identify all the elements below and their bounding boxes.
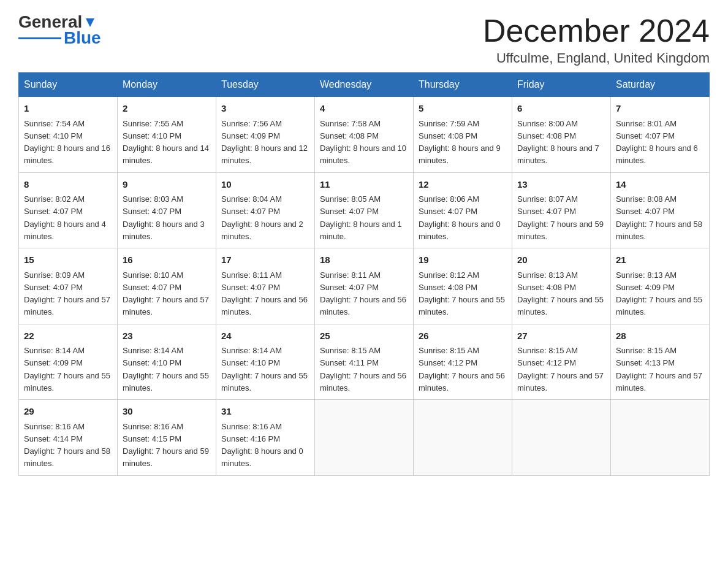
day-number: 21 (616, 253, 704, 267)
day-info: Sunrise: 8:02 AMSunset: 4:07 PMDaylight:… (24, 194, 106, 241)
day-number: 12 (419, 178, 507, 192)
day-info: Sunrise: 7:58 AMSunset: 4:08 PMDaylight:… (320, 119, 406, 166)
calendar-cell: 1 Sunrise: 7:54 AMSunset: 4:10 PMDayligh… (19, 97, 118, 173)
day-number: 6 (517, 102, 605, 116)
day-info: Sunrise: 8:04 AMSunset: 4:07 PMDaylight:… (221, 194, 303, 241)
day-info: Sunrise: 8:15 AMSunset: 4:12 PMDaylight:… (517, 346, 604, 393)
day-number: 25 (320, 329, 408, 343)
day-number: 17 (221, 253, 309, 267)
calendar-cell: 30 Sunrise: 8:16 AMSunset: 4:15 PMDaylig… (118, 400, 216, 476)
calendar-cell: 23 Sunrise: 8:14 AMSunset: 4:10 PMDaylig… (118, 324, 216, 400)
calendar-cell: 4 Sunrise: 7:58 AMSunset: 4:08 PMDayligh… (315, 97, 414, 173)
day-number: 18 (320, 253, 408, 267)
day-info: Sunrise: 7:55 AMSunset: 4:10 PMDaylight:… (123, 119, 209, 166)
calendar-week-row: 1 Sunrise: 7:54 AMSunset: 4:10 PMDayligh… (19, 97, 710, 173)
calendar-header-row: SundayMondayTuesdayWednesdayThursdayFrid… (19, 73, 710, 97)
day-info: Sunrise: 8:01 AMSunset: 4:07 PMDaylight:… (616, 119, 698, 166)
day-info: Sunrise: 8:11 AMSunset: 4:07 PMDaylight:… (221, 270, 308, 317)
day-number: 15 (24, 253, 112, 267)
day-info: Sunrise: 8:03 AMSunset: 4:07 PMDaylight:… (123, 194, 205, 241)
day-info: Sunrise: 8:09 AMSunset: 4:07 PMDaylight:… (24, 270, 110, 317)
day-number: 24 (221, 329, 309, 343)
day-info: Sunrise: 8:14 AMSunset: 4:10 PMDaylight:… (221, 346, 308, 393)
day-number: 5 (419, 102, 507, 116)
day-info: Sunrise: 8:15 AMSunset: 4:11 PMDaylight:… (320, 346, 406, 393)
day-number: 22 (24, 329, 112, 343)
day-number: 13 (517, 178, 605, 192)
day-number: 20 (517, 253, 605, 267)
header-tuesday: Tuesday (216, 73, 315, 97)
svg-marker-0 (86, 18, 94, 27)
day-info: Sunrise: 8:14 AMSunset: 4:09 PMDaylight:… (24, 346, 110, 393)
calendar-cell (512, 400, 611, 476)
calendar-cell: 3 Sunrise: 7:56 AMSunset: 4:09 PMDayligh… (216, 97, 315, 173)
day-info: Sunrise: 7:56 AMSunset: 4:09 PMDaylight:… (221, 119, 308, 166)
calendar-cell: 2 Sunrise: 7:55 AMSunset: 4:10 PMDayligh… (118, 97, 216, 173)
calendar-cell: 24 Sunrise: 8:14 AMSunset: 4:10 PMDaylig… (216, 324, 315, 400)
day-number: 11 (320, 178, 408, 192)
calendar-cell: 22 Sunrise: 8:14 AMSunset: 4:09 PMDaylig… (19, 324, 118, 400)
calendar-week-row: 8 Sunrise: 8:02 AMSunset: 4:07 PMDayligh… (19, 172, 710, 248)
day-number: 14 (616, 178, 704, 192)
day-info: Sunrise: 8:15 AMSunset: 4:12 PMDaylight:… (419, 346, 505, 393)
calendar-cell: 26 Sunrise: 8:15 AMSunset: 4:12 PMDaylig… (414, 324, 512, 400)
day-number: 28 (616, 329, 704, 343)
calendar-cell: 31 Sunrise: 8:16 AMSunset: 4:16 PMDaylig… (216, 400, 315, 476)
calendar-cell: 5 Sunrise: 7:59 AMSunset: 4:08 PMDayligh… (414, 97, 512, 173)
calendar-cell: 27 Sunrise: 8:15 AMSunset: 4:12 PMDaylig… (512, 324, 611, 400)
day-info: Sunrise: 7:59 AMSunset: 4:08 PMDaylight:… (419, 119, 501, 166)
calendar-cell: 18 Sunrise: 8:11 AMSunset: 4:07 PMDaylig… (315, 248, 414, 324)
calendar-cell: 28 Sunrise: 8:15 AMSunset: 4:13 PMDaylig… (611, 324, 710, 400)
day-number: 4 (320, 102, 408, 116)
day-info: Sunrise: 8:05 AMSunset: 4:07 PMDaylight:… (320, 194, 402, 241)
day-number: 31 (221, 405, 309, 419)
day-info: Sunrise: 8:10 AMSunset: 4:07 PMDaylight:… (123, 270, 209, 317)
calendar-cell: 13 Sunrise: 8:07 AMSunset: 4:07 PMDaylig… (512, 172, 611, 248)
day-number: 7 (616, 102, 704, 116)
logo: General Blue (18, 12, 101, 47)
day-number: 9 (123, 178, 211, 192)
calendar-cell (315, 400, 414, 476)
day-number: 1 (24, 102, 112, 116)
calendar-cell: 29 Sunrise: 8:16 AMSunset: 4:14 PMDaylig… (19, 400, 118, 476)
calendar-week-row: 15 Sunrise: 8:09 AMSunset: 4:07 PMDaylig… (19, 248, 710, 324)
calendar-cell: 25 Sunrise: 8:15 AMSunset: 4:11 PMDaylig… (315, 324, 414, 400)
day-info: Sunrise: 8:16 AMSunset: 4:16 PMDaylight:… (221, 422, 303, 469)
day-number: 3 (221, 102, 309, 116)
calendar-cell: 17 Sunrise: 8:11 AMSunset: 4:07 PMDaylig… (216, 248, 315, 324)
logo-underline (18, 37, 61, 39)
calendar-week-row: 29 Sunrise: 8:16 AMSunset: 4:14 PMDaylig… (19, 400, 710, 476)
day-info: Sunrise: 8:16 AMSunset: 4:14 PMDaylight:… (24, 422, 110, 469)
logo-text-block: General Blue (18, 12, 101, 47)
calendar-cell: 9 Sunrise: 8:03 AMSunset: 4:07 PMDayligh… (118, 172, 216, 248)
day-info: Sunrise: 8:11 AMSunset: 4:07 PMDaylight:… (320, 270, 406, 317)
day-info: Sunrise: 8:07 AMSunset: 4:07 PMDaylight:… (517, 194, 604, 241)
day-info: Sunrise: 8:12 AMSunset: 4:08 PMDaylight:… (419, 270, 505, 317)
calendar-cell: 16 Sunrise: 8:10 AMSunset: 4:07 PMDaylig… (118, 248, 216, 324)
calendar-cell: 8 Sunrise: 8:02 AMSunset: 4:07 PMDayligh… (19, 172, 118, 248)
calendar-table: SundayMondayTuesdayWednesdayThursdayFrid… (18, 72, 710, 476)
day-number: 10 (221, 178, 309, 192)
day-info: Sunrise: 8:08 AMSunset: 4:07 PMDaylight:… (616, 194, 702, 241)
month-title: December 2024 (483, 12, 710, 49)
day-info: Sunrise: 8:14 AMSunset: 4:10 PMDaylight:… (123, 346, 209, 393)
calendar-cell: 14 Sunrise: 8:08 AMSunset: 4:07 PMDaylig… (611, 172, 710, 248)
calendar-cell: 10 Sunrise: 8:04 AMSunset: 4:07 PMDaylig… (216, 172, 315, 248)
page-header: General Blue December 2024 Uffculme, Eng… (18, 12, 710, 66)
logo-triangle-icon (83, 16, 97, 29)
calendar-cell: 19 Sunrise: 8:12 AMSunset: 4:08 PMDaylig… (414, 248, 512, 324)
day-info: Sunrise: 8:06 AMSunset: 4:07 PMDaylight:… (419, 194, 501, 241)
calendar-cell: 15 Sunrise: 8:09 AMSunset: 4:07 PMDaylig… (19, 248, 118, 324)
day-number: 19 (419, 253, 507, 267)
day-number: 8 (24, 178, 112, 192)
header-sunday: Sunday (19, 73, 118, 97)
day-number: 16 (123, 253, 211, 267)
header-saturday: Saturday (611, 73, 710, 97)
day-info: Sunrise: 8:00 AMSunset: 4:08 PMDaylight:… (517, 119, 599, 166)
header-thursday: Thursday (414, 73, 512, 97)
header-friday: Friday (512, 73, 611, 97)
calendar-cell: 20 Sunrise: 8:13 AMSunset: 4:08 PMDaylig… (512, 248, 611, 324)
logo-blue: Blue (64, 29, 101, 47)
day-number: 2 (123, 102, 211, 116)
day-info: Sunrise: 7:54 AMSunset: 4:10 PMDaylight:… (24, 119, 110, 166)
